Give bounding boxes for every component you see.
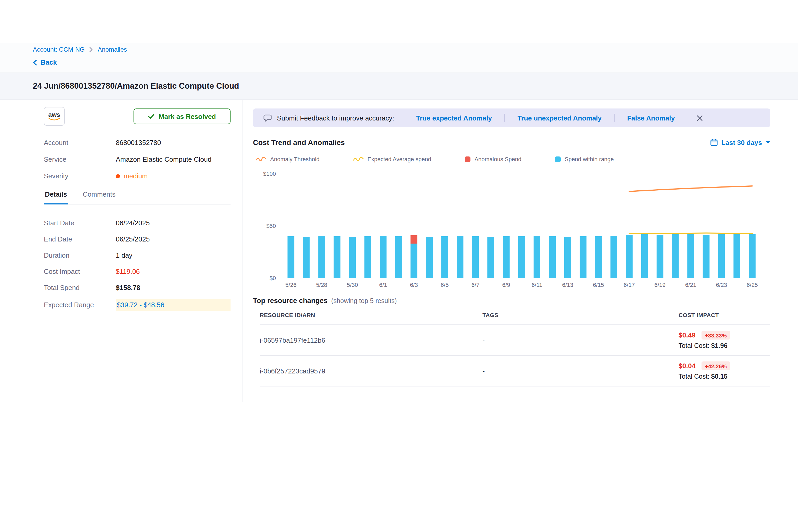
- panel-tabs: Details Comments: [44, 190, 230, 205]
- severity-dot-icon: [116, 174, 120, 178]
- cost-impact-row: Cost Impact $119.06: [44, 267, 230, 276]
- service-value: Amazon Elastic Compute Cloud: [116, 155, 211, 163]
- expected-average-line: [629, 233, 752, 234]
- trend-title: Cost Trend and Anomalies: [253, 138, 345, 147]
- chart-bar: [472, 236, 479, 278]
- chart-bar: [734, 234, 740, 278]
- total-spend-label: Total Spend: [44, 283, 116, 291]
- summary-fields: Account 868001352780 Service Amazon Elas…: [44, 139, 230, 180]
- close-icon[interactable]: [695, 113, 705, 123]
- chart-bar: [518, 236, 525, 278]
- top-resource-changes-section: Top resource changes (showing top 5 resu…: [253, 297, 771, 386]
- expected-range-value: $39.72 - $48.56: [116, 299, 230, 311]
- cost-impact-label: Cost Impact: [44, 267, 116, 275]
- x-axis-label: 6/23: [716, 282, 727, 288]
- chart-bar: [657, 235, 663, 278]
- legend-item: Expected Average spend: [353, 156, 431, 162]
- chart-legend: Anomaly ThresholdExpected Average spendA…: [253, 156, 771, 162]
- start-date-row: Start Date 06/24/2025: [44, 218, 230, 227]
- resource-total-cost: Total Cost: $0.15: [679, 373, 771, 380]
- x-axis-label: 5/26: [285, 282, 297, 288]
- service-field: Service Amazon Elastic Compute Cloud: [44, 155, 230, 163]
- mark-as-resolved-button[interactable]: Mark as Resolved: [134, 109, 230, 124]
- account-field: Account 868001352780: [44, 139, 230, 147]
- x-axis-label: 6/13: [562, 282, 573, 288]
- chart-bar: [641, 234, 648, 278]
- feedback-option-false-anomaly[interactable]: False Anomaly: [615, 114, 687, 122]
- feedback-option-true-expected-anomaly[interactable]: True expected Anomaly: [403, 114, 505, 122]
- chart-bar: [503, 236, 510, 278]
- x-axis-label: 6/17: [624, 282, 635, 288]
- chart-bar: [610, 236, 617, 278]
- x-axis-label: 6/9: [502, 282, 510, 288]
- back-label: Back: [41, 58, 57, 66]
- back-button[interactable]: Back: [33, 58, 57, 66]
- resource-cost-impact: $0.04 +42.26% Total Cost: $0.15: [679, 361, 771, 380]
- legend-swatch-icon: [555, 156, 560, 162]
- start-date-label: Start Date: [44, 219, 116, 227]
- tab-details[interactable]: Details: [44, 190, 68, 205]
- expected-range-label: Expected Range: [44, 301, 116, 309]
- x-axis-label: 6/25: [747, 282, 758, 288]
- y-axis-label: $100: [263, 171, 276, 177]
- anomaly-threshold-line: [629, 186, 752, 191]
- resource-cost-impact: $0.49 +33.33% Total Cost: $1.96: [679, 331, 771, 349]
- legend-label: Expected Average spend: [367, 156, 431, 162]
- resources-title: Top resource changes: [253, 297, 327, 305]
- chart-bar: [334, 236, 340, 278]
- total-cost-label: Total Cost:: [679, 342, 711, 349]
- calendar-icon: [710, 139, 718, 146]
- severity-label: Severity: [44, 172, 116, 180]
- resource-tags: -: [482, 336, 679, 344]
- end-date-row: End Date 06/25/2025: [44, 234, 230, 244]
- breadcrumb-account-link[interactable]: Account: CCM-NG: [33, 46, 85, 53]
- legend-line-icon: [255, 156, 266, 162]
- legend-line-icon: [353, 156, 363, 162]
- severity-badge: medium: [116, 172, 148, 180]
- chart-bar: [718, 234, 725, 278]
- x-axis-label: 6/5: [441, 282, 449, 288]
- cost-impact-value: $119.06: [116, 267, 140, 275]
- cost-impact-value: $0.04: [679, 362, 696, 370]
- chevron-right-icon: [90, 47, 93, 52]
- chart-bar-anomalous-segment: [411, 235, 417, 244]
- feedback-option-true-unexpected-anomaly[interactable]: True unexpected Anomaly: [505, 114, 614, 122]
- breadcrumb-anomalies-link[interactable]: Anomalies: [98, 46, 127, 53]
- table-row[interactable]: i-0b6f257223cad9579 - $0.04 +42.26% Tota…: [260, 355, 771, 386]
- y-axis-label: $0: [270, 275, 276, 281]
- chart-container: $0$50$1005/265/285/306/16/36/56/76/96/11…: [253, 170, 771, 295]
- chart-bar: [534, 236, 540, 278]
- chart-bar: [287, 236, 294, 278]
- total-cost-value: $0.15: [711, 373, 727, 380]
- duration-label: Duration: [44, 251, 116, 259]
- table-row[interactable]: i-06597ba197fe112b6 - $0.49 +33.33% Tota…: [260, 324, 771, 355]
- x-axis-label: 6/1: [379, 282, 387, 288]
- cost-impact-value: $0.49: [679, 331, 696, 339]
- date-range-selector[interactable]: Last 30 days: [710, 138, 771, 146]
- title-bar: 24 Jun/868001352780/Amazon Elastic Compu…: [0, 73, 798, 100]
- service-label: Service: [44, 155, 116, 163]
- chart-bar: [672, 234, 679, 278]
- anomaly-detail-page: Account: CCM-NG Anomalies Back 24 Jun/86…: [0, 0, 798, 532]
- chart-bar: [380, 236, 386, 278]
- x-axis-label: 5/30: [347, 282, 358, 288]
- x-axis-label: 6/7: [472, 282, 480, 288]
- cost-trend-chart: $0$50$1005/265/285/306/16/36/56/76/96/11…: [253, 170, 763, 292]
- anomaly-summary-panel: aws Mark as Resolved Account 86800135278…: [0, 100, 243, 402]
- chart-bar: [564, 237, 571, 278]
- chart-bar: [687, 234, 694, 278]
- resources-table-header: RESOURCE ID/ARN TAGS COST IMPACT: [260, 312, 771, 324]
- mark-as-resolved-label: Mark as Resolved: [158, 112, 216, 120]
- feedback-prompt: Submit Feedback to improve accuracy:: [277, 114, 394, 122]
- aws-logo-text: aws: [48, 112, 60, 118]
- column-cost-impact: COST IMPACT: [679, 312, 771, 318]
- chevron-left-icon: [33, 59, 37, 65]
- total-cost-value: $1.96: [711, 342, 727, 349]
- aws-smile-icon: [49, 118, 60, 121]
- breadcrumb: Account: CCM-NG Anomalies: [33, 46, 765, 53]
- tab-comments[interactable]: Comments: [82, 190, 117, 204]
- chart-bar: [580, 236, 587, 278]
- x-axis-label: 6/15: [593, 282, 604, 288]
- resources-table: RESOURCE ID/ARN TAGS COST IMPACT i-06597…: [253, 312, 771, 386]
- chart-bar: [549, 236, 556, 278]
